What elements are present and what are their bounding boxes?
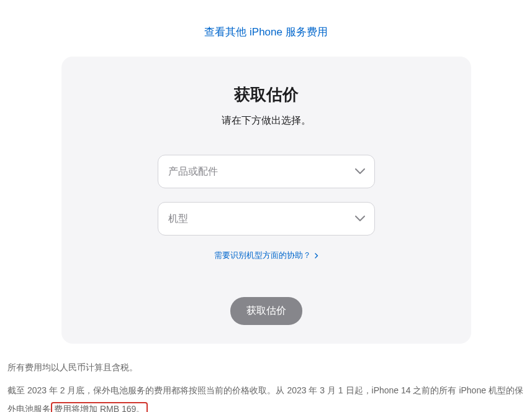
get-estimate-button[interactable]: 获取估价 (230, 297, 302, 325)
model-select[interactable]: 机型 (158, 202, 375, 236)
help-link-label: 需要识别机型方面的协助？ (214, 250, 311, 261)
product-select-placeholder: 产品或配件 (168, 165, 218, 178)
estimate-card: 获取估价 请在下方做出选择。 产品或配件 机型 需要识别机型方面的协助？ 获取估… (61, 57, 471, 344)
product-select[interactable]: 产品或配件 (158, 155, 375, 188)
footer-disclaimer: 所有费用均以人民币计算且含税。 截至 2023 年 2 月底，保外电池服务的费用… (0, 344, 532, 412)
view-other-services-link[interactable]: 查看其他 iPhone 服务费用 (204, 26, 327, 38)
price-increase-highlight: 费用将增加 RMB 169。 (51, 402, 148, 412)
footer-line-2: 截至 2023 年 2 月底，保外电池服务的费用都将按照当前的价格收取。从 20… (7, 382, 525, 412)
card-title: 获取估价 (86, 84, 446, 106)
card-subtitle: 请在下方做出选择。 (86, 114, 446, 127)
model-select-placeholder: 机型 (168, 213, 188, 226)
chevron-right-icon (315, 253, 318, 259)
footer-line-1: 所有费用均以人民币计算且含税。 (7, 359, 525, 377)
identify-model-help-link[interactable]: 需要识别机型方面的协助？ (214, 250, 318, 261)
